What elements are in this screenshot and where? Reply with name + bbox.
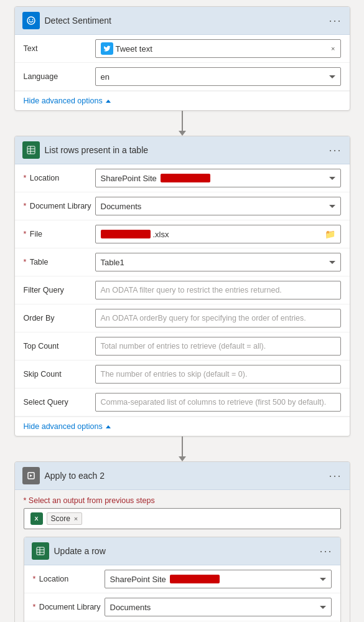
apply-select-input[interactable]: X Score ×	[24, 508, 341, 529]
lr-file-browse-icon[interactable]: 📁	[325, 229, 335, 239]
lr-skipcount-value: The number of entries to skip (default =…	[95, 365, 341, 384]
lr-file-label: * File	[24, 230, 95, 238]
update-row-header: Update a row ···	[24, 537, 340, 565]
lr-selectquery-row: Select Query Comma-separated list of col…	[15, 389, 350, 417]
file-star: *	[24, 230, 27, 238]
language-label: Language	[24, 72, 95, 81]
lr-skipcount-row: Skip Count The number of entries to skip…	[15, 360, 350, 389]
arrow-line-1	[182, 111, 183, 131]
apply-header: Apply to each 2 ···	[15, 462, 350, 490]
language-value: en	[95, 67, 341, 86]
lr-selectquery-value: Comma-separated list of columns to retri…	[95, 393, 341, 412]
language-selected-value: en	[101, 72, 110, 82]
lr-topcount-row: Top Count Total number of entries to ret…	[15, 332, 350, 360]
lr-selectquery-input[interactable]: Comma-separated list of columns to retri…	[95, 393, 341, 412]
lr-filterquery-row: Filter Query An ODATA filter query to re…	[15, 276, 350, 304]
lr-location-value: SharePoint Site	[95, 169, 341, 187]
lr-doclibrary-label: * Document Library	[24, 202, 95, 210]
update-row-icon	[32, 542, 49, 560]
score-chip-label: Score	[51, 514, 70, 523]
update-row-menu[interactable]: ···	[319, 545, 332, 558]
doclibrary-star: *	[24, 202, 27, 210]
lr-file-redacted	[101, 230, 151, 238]
lr-file-value: .xlsx 📁	[95, 225, 341, 243]
lr-orderby-value: An ODATA orderBy query for specifying th…	[95, 309, 341, 327]
ur-doclibrary-star: *	[33, 603, 36, 611]
lr-skipcount-label: Skip Count	[24, 370, 95, 379]
lr-filterquery-input[interactable]: An ODATA filter query to restrict the en…	[95, 281, 341, 299]
text-label: Text	[24, 44, 95, 53]
ur-location-select[interactable]: SharePoint Site	[105, 570, 332, 588]
lr-location-chevron	[329, 177, 335, 180]
list-rows-title: List rows present in a table	[45, 145, 324, 155]
lr-topcount-input[interactable]: Total number of entries to retrieve (def…	[95, 337, 341, 356]
list-rows-menu[interactable]: ···	[329, 144, 342, 157]
language-select[interactable]: en	[95, 67, 341, 86]
apply-body: * Select an output from previous steps X…	[15, 490, 350, 622]
lr-file-ext: .xlsx	[153, 230, 169, 239]
apply-title: Apply to each 2	[45, 471, 324, 481]
lr-orderby-row: Order By An ODATA orderBy query for spec…	[15, 304, 350, 332]
lr-topcount-placeholder: Total number of entries to retrieve (def…	[101, 342, 266, 351]
location-star: *	[24, 174, 27, 182]
lr-table-row: * Table Table1	[15, 248, 350, 276]
lr-table-text: Table1	[101, 258, 124, 267]
lr-orderby-placeholder: An ODATA orderBy query for specifying th…	[101, 314, 306, 323]
text-input-box[interactable]: Tweet text ×	[95, 39, 341, 58]
ur-doclibrary-value: Documents	[105, 598, 332, 616]
arrow-head-1	[179, 131, 186, 136]
lr-location-label: * Location	[24, 174, 95, 182]
lr-doclibrary-select[interactable]: Documents	[95, 197, 341, 215]
ur-doclibrary-label: * Document Library	[33, 603, 105, 611]
lr-location-text: SharePoint Site	[101, 174, 157, 183]
lr-skipcount-input[interactable]: The number of entries to skip (default =…	[95, 365, 341, 384]
lr-table-select[interactable]: Table1	[95, 253, 341, 271]
lr-location-select[interactable]: SharePoint Site	[95, 169, 341, 187]
lr-file-input[interactable]: .xlsx 📁	[95, 225, 341, 243]
lr-location-row: * Location SharePoint Site	[15, 164, 350, 192]
svg-rect-3	[27, 146, 35, 154]
score-chip-remove[interactable]: ×	[74, 515, 78, 522]
list-rows-icon	[22, 141, 40, 159]
lr-filterquery-value: An ODATA filter query to restrict the en…	[95, 281, 341, 299]
lr-table-label: * Table	[24, 258, 95, 266]
ur-doclibrary-select[interactable]: Documents	[105, 598, 332, 616]
update-row-title: Update a row	[54, 546, 315, 556]
detect-sentiment-hide-advanced[interactable]: Hide advanced options	[15, 91, 350, 110]
detect-sentiment-card: Detect Sentiment ··· Text Tweet text ×	[14, 6, 350, 111]
ur-location-row: * Location SharePoint Site	[24, 565, 340, 593]
twitter-icon	[101, 42, 113, 55]
lr-topcount-value: Total number of entries to retrieve (def…	[95, 337, 341, 356]
lr-file-row: * File .xlsx 📁	[15, 220, 350, 248]
ur-location-text: SharePoint Site	[110, 575, 166, 584]
lr-location-redacted	[161, 174, 210, 182]
svg-point-0	[27, 17, 35, 24]
list-rows-card: List rows present in a table ··· * Locat…	[14, 136, 350, 436]
detect-sentiment-menu[interactable]: ···	[329, 14, 342, 27]
list-rows-hide-advanced[interactable]: Hide advanced options	[15, 417, 350, 436]
hide-advanced-chevron-2	[106, 425, 111, 428]
apply-icon	[22, 467, 40, 484]
arrow-line-2	[182, 436, 183, 456]
detect-sentiment-title: Detect Sentiment	[45, 16, 324, 26]
detect-sentiment-header: Detect Sentiment ···	[15, 7, 350, 35]
ur-doclibrary-row: * Document Library Documents	[24, 593, 340, 621]
update-row-card: Update a row ··· * Location Share	[24, 537, 341, 622]
svg-point-1	[29, 19, 30, 21]
lr-doclibrary-value: Documents	[95, 197, 341, 215]
apply-menu[interactable]: ···	[329, 469, 342, 483]
svg-rect-8	[37, 547, 44, 555]
ur-location-star: *	[33, 575, 36, 583]
ur-location-label: * Location	[33, 575, 105, 583]
detect-sentiment-icon	[22, 12, 40, 29]
detect-sentiment-body: Text Tweet text × Language	[15, 35, 350, 110]
lr-selectquery-label: Select Query	[24, 398, 95, 407]
apply-select-label: * Select an output from previous steps	[24, 496, 341, 505]
lr-filterquery-placeholder: An ODATA filter query to restrict the en…	[101, 286, 282, 295]
lr-selectquery-placeholder: Comma-separated list of columns to retri…	[101, 398, 327, 407]
score-chip: Score ×	[47, 512, 83, 525]
table-star: *	[24, 258, 27, 266]
tweet-text-remove[interactable]: ×	[331, 45, 335, 52]
lr-orderby-input[interactable]: An ODATA orderBy query for specifying th…	[95, 309, 341, 327]
lr-orderby-label: Order By	[24, 314, 95, 323]
